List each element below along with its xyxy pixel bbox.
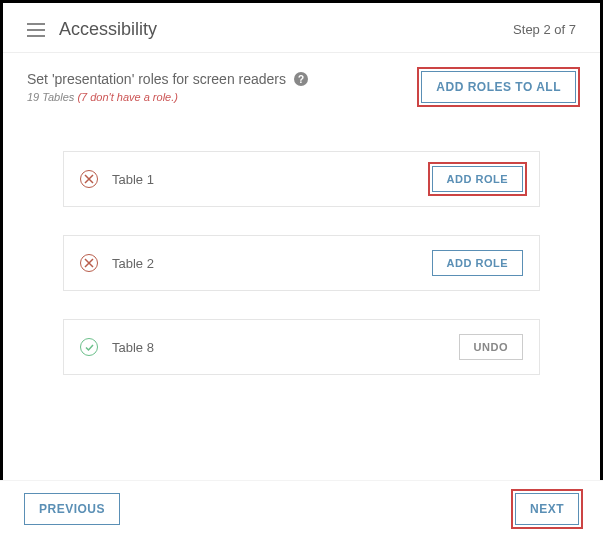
header: Accessibility Step 2 of 7 <box>3 3 600 53</box>
footer: PREVIOUS NEXT <box>0 480 603 541</box>
table-row: Table 2ADD ROLE <box>63 235 540 291</box>
add-role-button[interactable]: ADD ROLE <box>432 250 523 276</box>
check-icon <box>80 338 98 356</box>
previous-button[interactable]: PREVIOUS <box>24 493 120 525</box>
add-roles-to-all-button[interactable]: ADD ROLES TO ALL <box>421 71 576 103</box>
subheader-title: Set 'presentation' roles for screen read… <box>27 71 308 87</box>
help-icon[interactable]: ? <box>294 72 308 86</box>
table-row-label: Table 1 <box>112 172 418 187</box>
subheader-title-text: Set 'presentation' roles for screen read… <box>27 71 286 87</box>
tables-count: 19 Tables <box>27 91 74 103</box>
table-row: Table 8UNDO <box>63 319 540 375</box>
subheader-left: Set 'presentation' roles for screen read… <box>27 71 308 103</box>
add-role-button[interactable]: ADD ROLE <box>432 166 523 192</box>
next-button[interactable]: NEXT <box>515 493 579 525</box>
step-indicator: Step 2 of 7 <box>513 22 576 37</box>
tables-warning: (7 don't have a role.) <box>77 91 178 103</box>
table-row-label: Table 2 <box>112 256 418 271</box>
x-icon <box>80 254 98 272</box>
header-left: Accessibility <box>27 19 157 40</box>
tables-list: Table 1ADD ROLETable 2ADD ROLETable 8UND… <box>3 111 600 399</box>
table-row: Table 1ADD ROLE <box>63 151 540 207</box>
page-title: Accessibility <box>59 19 157 40</box>
subheader: Set 'presentation' roles for screen read… <box>3 53 600 111</box>
undo-button[interactable]: UNDO <box>459 334 523 360</box>
table-row-label: Table 8 <box>112 340 445 355</box>
menu-icon[interactable] <box>27 23 45 37</box>
tables-info: 19 Tables (7 don't have a role.) <box>27 91 308 103</box>
x-icon <box>80 170 98 188</box>
